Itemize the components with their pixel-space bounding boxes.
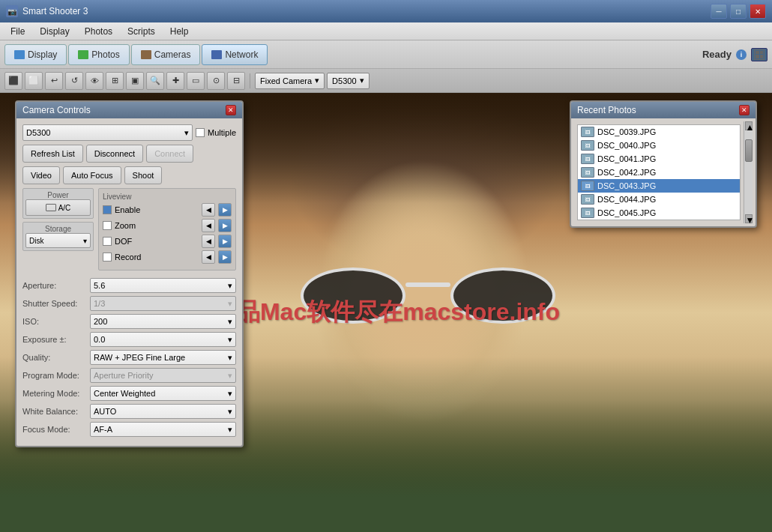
- camera-model-dropdown[interactable]: D5300 ▾: [327, 73, 369, 89]
- tool-btn-circle[interactable]: ⊙: [207, 72, 225, 90]
- ac-label: A/C: [58, 204, 71, 212]
- field-value-0[interactable]: 5.6▾: [90, 278, 236, 293]
- tab-cameras-label: Cameras: [154, 49, 191, 60]
- tool-btn-search[interactable]: 🔍: [146, 72, 164, 90]
- field-value-text-7: AUTO: [94, 407, 116, 416]
- liveview-record-prev[interactable]: ◀: [202, 250, 215, 264]
- tool-btn-grid[interactable]: ⊞: [106, 72, 124, 90]
- menu-bar: File Display Photos Scripts Help: [0, 22, 772, 40]
- liveview-dof-prev[interactable]: ◀: [202, 235, 215, 248]
- liveview-record-checkbox-row: Record: [103, 253, 199, 262]
- recent-item[interactable]: 🖼DSC_0043.JPG: [578, 179, 740, 193]
- menu-scripts[interactable]: Scripts: [120, 25, 163, 38]
- field-value-2[interactable]: 200▾: [90, 314, 236, 329]
- recent-item[interactable]: 🖼DSC_0041.JPG: [578, 152, 740, 166]
- field-value-7[interactable]: AUTO▾: [90, 404, 236, 419]
- field-label-8: Focus Mode:: [22, 425, 90, 434]
- tool-btn-back[interactable]: ↩: [45, 72, 63, 90]
- tab-network-label: Network: [225, 49, 258, 60]
- recent-item[interactable]: 🖼DSC_0042.JPG: [578, 166, 740, 179]
- liveview-section: Liveview Enable ◀ ▶ Zoom: [98, 188, 236, 270]
- main-area: 精品Mac软件尽在macstore.info Camera Controls ✕…: [0, 93, 772, 532]
- maximize-button[interactable]: □: [730, 4, 747, 19]
- tool-btn-refresh[interactable]: ↺: [65, 72, 83, 90]
- recent-panel-header: Recent Photos ✕: [571, 102, 756, 118]
- ac-button[interactable]: A/C: [25, 199, 91, 216]
- tab-cameras[interactable]: Cameras: [131, 44, 201, 65]
- liveview-record-next[interactable]: ▶: [218, 250, 232, 264]
- camera-shoot-row: Video Auto Focus Shoot: [22, 166, 236, 184]
- tool-btn-rect[interactable]: ▭: [187, 72, 205, 90]
- tool-btn-add[interactable]: ✚: [166, 72, 184, 90]
- tool-btn-view[interactable]: ▣: [126, 72, 144, 90]
- field-dropdown-arrow-3: ▾: [228, 335, 232, 345]
- tab-photos[interactable]: Photos: [68, 44, 129, 65]
- field-dropdown-arrow-0: ▾: [228, 281, 232, 291]
- liveview-zoom-prev[interactable]: ◀: [202, 219, 215, 232]
- refresh-list-button[interactable]: Refresh List: [22, 145, 83, 163]
- menu-display[interactable]: Display: [32, 25, 76, 38]
- liveview-record-checkbox[interactable]: [103, 253, 112, 262]
- field-value-3[interactable]: 0.0▾: [90, 332, 236, 347]
- camera-view-icon[interactable]: [751, 48, 768, 61]
- recent-item-name: DSC_0043.JPG: [597, 181, 656, 190]
- camera-panel-close[interactable]: ✕: [226, 105, 236, 115]
- field-value-8[interactable]: AF-A▾: [90, 422, 236, 437]
- field-value-text-5: Aperture Priority: [94, 371, 153, 380]
- field-value-4[interactable]: RAW + JPEG Fine Large▾: [90, 350, 236, 365]
- camera-field-row: Shutter Speed:1/3▾: [22, 296, 236, 311]
- liveview-enable-prev[interactable]: ◀: [202, 203, 215, 217]
- menu-photos[interactable]: Photos: [77, 25, 120, 38]
- storage-dropdown[interactable]: Disk ▾: [25, 233, 91, 248]
- liveview-record-label: Record: [115, 253, 141, 262]
- power-label: Power: [25, 191, 91, 199]
- camera-select-dropdown[interactable]: D5300 ▾: [22, 124, 193, 141]
- tab-network[interactable]: Network: [202, 44, 268, 65]
- camera-model-arrow: ▾: [360, 76, 364, 85]
- recent-item[interactable]: 🖼DSC_0044.JPG: [578, 193, 740, 206]
- tool-btn-remove[interactable]: ⊟: [227, 72, 245, 90]
- recent-item[interactable]: 🖼DSC_0040.JPG: [578, 139, 740, 152]
- autofocus-button[interactable]: Auto Focus: [63, 166, 121, 184]
- shoot-button[interactable]: Shoot: [124, 166, 163, 184]
- multiple-checkbox[interactable]: [196, 128, 205, 137]
- tab-display[interactable]: Display: [4, 44, 67, 65]
- close-button[interactable]: ✕: [750, 4, 766, 19]
- tool-btn-2[interactable]: ⬜: [25, 72, 43, 90]
- liveview-dof-checkbox[interactable]: [103, 237, 112, 246]
- field-label-5: Program Mode:: [22, 371, 90, 380]
- recent-item[interactable]: 🖼DSC_0045.JPG: [578, 206, 740, 220]
- liveview-zoom-checkbox[interactable]: [103, 221, 112, 230]
- camera-field-row: White Balance:AUTO▾: [22, 404, 236, 419]
- liveview-dof-next[interactable]: ▶: [218, 235, 232, 248]
- camera-field-row: Metering Mode:Center Weighted▾: [22, 386, 236, 401]
- menu-file[interactable]: File: [3, 25, 32, 38]
- display-icon: [14, 50, 25, 59]
- liveview-zoom-next[interactable]: ▶: [218, 219, 232, 232]
- video-button[interactable]: Video: [22, 166, 60, 184]
- recent-panel-close[interactable]: ✕: [739, 105, 750, 115]
- liveview-enable-checkbox[interactable]: [103, 205, 112, 214]
- connect-button[interactable]: Connect: [146, 145, 193, 163]
- field-value-text-8: AF-A: [94, 425, 112, 434]
- scroll-up[interactable]: ▲: [745, 121, 753, 130]
- camera-mode-arrow: ▾: [315, 76, 319, 85]
- liveview-zoom-row: Zoom ◀ ▶: [103, 219, 232, 232]
- field-dropdown-arrow-2: ▾: [228, 317, 232, 327]
- field-value-6[interactable]: Center Weighted▾: [90, 386, 236, 401]
- disconnect-button[interactable]: Disconnect: [86, 145, 143, 163]
- scroll-down[interactable]: ▼: [745, 214, 753, 223]
- camera-model-label: D5300: [332, 76, 356, 85]
- liveview-enable-next[interactable]: ▶: [218, 203, 232, 217]
- storage-value: Disk: [29, 237, 43, 245]
- recent-item[interactable]: 🖼DSC_0039.JPG: [578, 125, 740, 139]
- camera-mode-dropdown[interactable]: Fixed Camera ▾: [255, 73, 325, 89]
- power-box: Power A/C: [22, 188, 94, 219]
- field-dropdown-arrow-1: ▾: [228, 299, 232, 309]
- scroll-thumb[interactable]: [745, 139, 753, 162]
- tool-btn-1[interactable]: ⬛: [4, 72, 22, 90]
- info-icon[interactable]: i: [736, 49, 747, 60]
- tool-btn-eye[interactable]: 👁: [85, 72, 103, 90]
- menu-help[interactable]: Help: [163, 25, 196, 38]
- minimize-button[interactable]: ─: [711, 4, 727, 19]
